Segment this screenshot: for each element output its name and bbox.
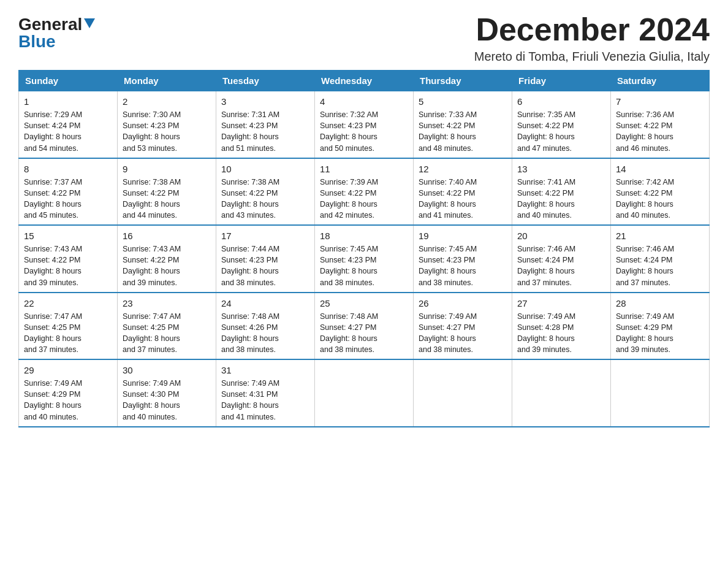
calendar-cell: [611, 359, 710, 427]
calendar-cell: 2 Sunrise: 7:30 AMSunset: 4:23 PM Daylig…: [118, 91, 216, 158]
day-info: Sunrise: 7:46 AMSunset: 4:24 PM Daylight…: [517, 243, 605, 288]
day-info: Sunrise: 7:47 AMSunset: 4:25 PM Daylight…: [123, 311, 211, 356]
location-title: Mereto di Tomba, Friuli Venezia Giulia, …: [474, 50, 710, 64]
day-info: Sunrise: 7:49 AMSunset: 4:31 PM Daylight…: [221, 378, 309, 423]
calendar-cell: 5 Sunrise: 7:33 AMSunset: 4:22 PM Daylig…: [414, 91, 512, 158]
calendar-cell: 20 Sunrise: 7:46 AMSunset: 4:24 PM Dayli…: [512, 225, 611, 293]
day-number: 2: [123, 95, 211, 108]
day-number: 13: [517, 163, 605, 175]
calendar-cell: 25 Sunrise: 7:48 AMSunset: 4:27 PM Dayli…: [315, 293, 414, 360]
day-info: Sunrise: 7:45 AMSunset: 4:23 PM Daylight…: [320, 243, 408, 288]
calendar-cell: 17 Sunrise: 7:44 AMSunset: 4:23 PM Dayli…: [216, 225, 315, 293]
calendar-cell: 27 Sunrise: 7:49 AMSunset: 4:28 PM Dayli…: [512, 293, 611, 360]
day-info: Sunrise: 7:49 AMSunset: 4:29 PM Daylight…: [616, 311, 704, 356]
header-row: Sunday Monday Tuesday Wednesday Thursday…: [19, 71, 710, 91]
day-number: 25: [320, 297, 408, 310]
calendar-cell: [414, 359, 512, 427]
calendar-cell: 15 Sunrise: 7:43 AMSunset: 4:22 PM Dayli…: [19, 225, 118, 293]
day-number: 29: [24, 364, 112, 377]
day-number: 7: [616, 95, 704, 108]
header-wednesday: Wednesday: [315, 71, 414, 91]
day-info: Sunrise: 7:48 AMSunset: 4:27 PM Daylight…: [320, 311, 408, 356]
calendar-cell: 19 Sunrise: 7:45 AMSunset: 4:23 PM Dayli…: [414, 225, 512, 293]
day-number: 1: [24, 95, 112, 108]
calendar-cell: 29 Sunrise: 7:49 AMSunset: 4:29 PM Dayli…: [19, 359, 118, 427]
day-number: 22: [24, 297, 112, 310]
calendar-cell: 22 Sunrise: 7:47 AMSunset: 4:25 PM Dayli…: [19, 293, 118, 360]
day-info: Sunrise: 7:43 AMSunset: 4:22 PM Daylight…: [123, 243, 211, 288]
day-number: 31: [221, 364, 309, 377]
day-info: Sunrise: 7:38 AMSunset: 4:22 PM Daylight…: [221, 177, 309, 221]
day-info: Sunrise: 7:48 AMSunset: 4:26 PM Daylight…: [221, 311, 309, 356]
calendar-cell: 9 Sunrise: 7:38 AMSunset: 4:22 PM Daylig…: [118, 158, 216, 226]
day-info: Sunrise: 7:41 AMSunset: 4:22 PM Daylight…: [517, 177, 605, 221]
day-number: 23: [123, 297, 211, 310]
page-header: General Blue December 2024 Mereto di Tom…: [18, 12, 710, 64]
calendar-row: 29 Sunrise: 7:49 AMSunset: 4:29 PM Dayli…: [19, 359, 710, 427]
logo: General Blue: [18, 12, 97, 52]
calendar-cell: [315, 359, 414, 427]
day-number: 18: [320, 229, 408, 242]
day-info: Sunrise: 7:49 AMSunset: 4:27 PM Daylight…: [419, 311, 507, 356]
calendar-cell: 18 Sunrise: 7:45 AMSunset: 4:23 PM Dayli…: [315, 225, 414, 293]
month-title: December 2024: [474, 12, 710, 47]
header-friday: Friday: [512, 71, 611, 91]
day-number: 17: [221, 229, 309, 242]
calendar-cell: 12 Sunrise: 7:40 AMSunset: 4:22 PM Dayli…: [414, 158, 512, 226]
day-number: 12: [419, 163, 507, 175]
calendar-cell: 16 Sunrise: 7:43 AMSunset: 4:22 PM Dayli…: [118, 225, 216, 293]
calendar-cell: 26 Sunrise: 7:49 AMSunset: 4:27 PM Dayli…: [414, 293, 512, 360]
calendar-cell: 31 Sunrise: 7:49 AMSunset: 4:31 PM Dayli…: [216, 359, 315, 427]
calendar-row: 15 Sunrise: 7:43 AMSunset: 4:22 PM Dayli…: [19, 225, 710, 293]
calendar-cell: 28 Sunrise: 7:49 AMSunset: 4:29 PM Dayli…: [611, 293, 710, 360]
day-info: Sunrise: 7:45 AMSunset: 4:23 PM Daylight…: [419, 243, 507, 288]
calendar-cell: 1 Sunrise: 7:29 AMSunset: 4:24 PM Daylig…: [19, 91, 118, 158]
day-number: 3: [221, 95, 309, 108]
calendar-cell: 7 Sunrise: 7:36 AMSunset: 4:22 PM Daylig…: [611, 91, 710, 158]
day-info: Sunrise: 7:29 AMSunset: 4:24 PM Daylight…: [24, 109, 112, 154]
day-info: Sunrise: 7:33 AMSunset: 4:22 PM Daylight…: [419, 109, 507, 154]
day-info: Sunrise: 7:38 AMSunset: 4:22 PM Daylight…: [123, 177, 211, 221]
calendar-cell: 13 Sunrise: 7:41 AMSunset: 4:22 PM Dayli…: [512, 158, 611, 226]
day-number: 24: [221, 297, 309, 310]
day-number: 28: [616, 297, 704, 310]
day-number: 20: [517, 229, 605, 242]
day-info: Sunrise: 7:30 AMSunset: 4:23 PM Daylight…: [123, 109, 211, 154]
day-number: 26: [419, 297, 507, 310]
calendar-header: Sunday Monday Tuesday Wednesday Thursday…: [19, 71, 710, 91]
day-info: Sunrise: 7:49 AMSunset: 4:28 PM Daylight…: [517, 311, 605, 356]
day-number: 9: [123, 163, 211, 175]
calendar-body: 1 Sunrise: 7:29 AMSunset: 4:24 PM Daylig…: [19, 91, 710, 427]
day-info: Sunrise: 7:43 AMSunset: 4:22 PM Daylight…: [24, 243, 112, 288]
calendar-cell: [512, 359, 611, 427]
day-number: 19: [419, 229, 507, 242]
calendar-cell: 3 Sunrise: 7:31 AMSunset: 4:23 PM Daylig…: [216, 91, 315, 158]
header-saturday: Saturday: [611, 71, 710, 91]
calendar-cell: 14 Sunrise: 7:42 AMSunset: 4:22 PM Dayli…: [611, 158, 710, 226]
logo-triangle-icon: [84, 18, 95, 28]
day-info: Sunrise: 7:44 AMSunset: 4:23 PM Daylight…: [221, 243, 309, 288]
day-number: 8: [24, 163, 112, 175]
header-monday: Monday: [118, 71, 216, 91]
calendar-row: 1 Sunrise: 7:29 AMSunset: 4:24 PM Daylig…: [19, 91, 710, 158]
day-info: Sunrise: 7:46 AMSunset: 4:24 PM Daylight…: [616, 243, 704, 288]
title-section: December 2024 Mereto di Tomba, Friuli Ve…: [474, 12, 710, 64]
day-number: 14: [616, 163, 704, 175]
day-info: Sunrise: 7:36 AMSunset: 4:22 PM Daylight…: [616, 109, 704, 154]
day-number: 10: [221, 163, 309, 175]
day-info: Sunrise: 7:31 AMSunset: 4:23 PM Daylight…: [221, 109, 309, 154]
calendar-cell: 10 Sunrise: 7:38 AMSunset: 4:22 PM Dayli…: [216, 158, 315, 226]
day-number: 6: [517, 95, 605, 108]
day-info: Sunrise: 7:42 AMSunset: 4:22 PM Daylight…: [616, 177, 704, 221]
calendar-cell: 11 Sunrise: 7:39 AMSunset: 4:22 PM Dayli…: [315, 158, 414, 226]
header-sunday: Sunday: [19, 71, 118, 91]
calendar-cell: 21 Sunrise: 7:46 AMSunset: 4:24 PM Dayli…: [611, 225, 710, 293]
calendar-cell: 6 Sunrise: 7:35 AMSunset: 4:22 PM Daylig…: [512, 91, 611, 158]
day-number: 21: [616, 229, 704, 242]
day-number: 4: [320, 95, 408, 108]
day-number: 11: [320, 163, 408, 175]
day-number: 27: [517, 297, 605, 310]
day-number: 16: [123, 229, 211, 242]
calendar-cell: 30 Sunrise: 7:49 AMSunset: 4:30 PM Dayli…: [118, 359, 216, 427]
calendar-cell: 23 Sunrise: 7:47 AMSunset: 4:25 PM Dayli…: [118, 293, 216, 360]
